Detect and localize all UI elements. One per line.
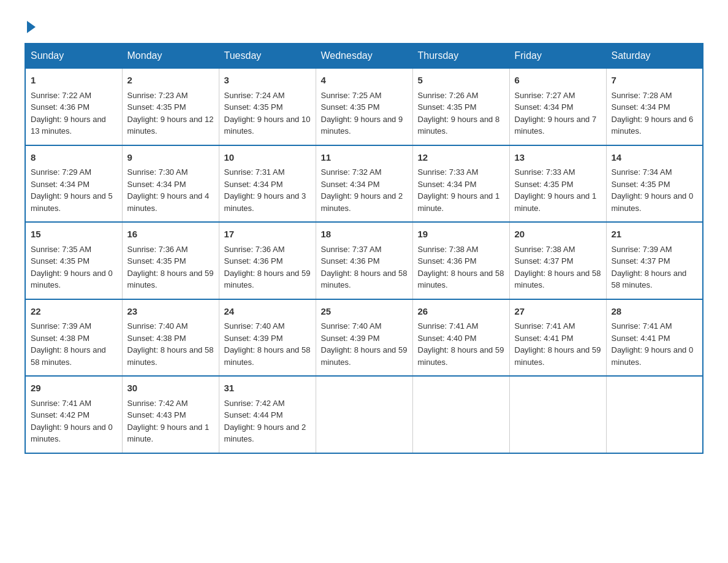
sunrise-text: Sunrise: 7:42 AM	[127, 399, 188, 408]
sunset-text: Sunset: 4:35 PM	[224, 102, 283, 112]
day-number: 6	[515, 74, 601, 88]
calendar-cell: 23Sunrise: 7:40 AMSunset: 4:38 PMDayligh…	[122, 299, 219, 377]
sunset-text: Sunset: 4:39 PM	[321, 334, 380, 343]
daylight-text: Daylight: 8 hours and 59 minutes.	[224, 269, 311, 290]
sunrise-text: Sunrise: 7:31 AM	[224, 167, 285, 177]
sunrise-text: Sunrise: 7:23 AM	[127, 91, 188, 100]
calendar-cell: 28Sunrise: 7:41 AMSunset: 4:41 PMDayligh…	[606, 299, 703, 377]
sunrise-text: Sunrise: 7:33 AM	[418, 167, 479, 177]
sunset-text: Sunset: 4:35 PM	[418, 102, 477, 112]
day-number: 28	[612, 305, 698, 319]
sunrise-text: Sunrise: 7:28 AM	[612, 91, 672, 100]
daylight-text: Daylight: 9 hours and 9 minutes.	[321, 115, 403, 136]
day-number: 12	[418, 151, 504, 165]
calendar-cell: 11Sunrise: 7:32 AMSunset: 4:34 PMDayligh…	[316, 145, 412, 223]
sunrise-text: Sunrise: 7:33 AM	[515, 167, 575, 177]
sunrise-text: Sunrise: 7:41 AM	[418, 321, 479, 331]
sunset-text: Sunset: 4:34 PM	[127, 180, 186, 189]
sunset-text: Sunset: 4:35 PM	[612, 180, 670, 189]
daylight-text: Daylight: 9 hours and 13 minutes.	[31, 115, 106, 136]
sunset-text: Sunset: 4:34 PM	[321, 180, 380, 189]
daylight-text: Daylight: 9 hours and 10 minutes.	[224, 115, 311, 136]
daylight-text: Daylight: 8 hours and 59 minutes.	[127, 269, 214, 290]
sunset-text: Sunset: 4:43 PM	[127, 410, 186, 419]
day-header-wednesday: Wednesday	[316, 44, 412, 68]
calendar-cell: 9Sunrise: 7:30 AMSunset: 4:34 PMDaylight…	[122, 145, 219, 223]
calendar-cell: 8Sunrise: 7:29 AMSunset: 4:34 PMDaylight…	[25, 145, 122, 223]
sunset-text: Sunset: 4:36 PM	[31, 102, 89, 112]
sunrise-text: Sunrise: 7:38 AM	[515, 245, 575, 254]
daylight-text: Daylight: 9 hours and 1 minute.	[515, 191, 597, 213]
calendar-cell: 12Sunrise: 7:33 AMSunset: 4:34 PMDayligh…	[412, 145, 509, 223]
sunrise-text: Sunrise: 7:35 AM	[31, 245, 91, 254]
daylight-text: Daylight: 9 hours and 4 minutes.	[127, 191, 210, 213]
sunset-text: Sunset: 4:34 PM	[224, 180, 283, 189]
day-number: 8	[31, 151, 117, 165]
sunset-text: Sunset: 4:36 PM	[418, 256, 477, 266]
day-header-friday: Friday	[509, 44, 606, 68]
calendar-cell: 10Sunrise: 7:31 AMSunset: 4:34 PMDayligh…	[219, 145, 316, 223]
sunrise-text: Sunrise: 7:40 AM	[321, 321, 382, 331]
page-header	[25, 18, 703, 31]
day-number: 3	[224, 74, 311, 88]
day-number: 26	[418, 305, 504, 319]
sunrise-text: Sunrise: 7:42 AM	[224, 399, 285, 408]
calendar-cell: 20Sunrise: 7:38 AMSunset: 4:37 PMDayligh…	[509, 222, 606, 299]
sunset-text: Sunset: 4:34 PM	[31, 180, 89, 189]
sunrise-text: Sunrise: 7:38 AM	[418, 245, 479, 254]
sunset-text: Sunset: 4:35 PM	[515, 180, 574, 189]
calendar-week-row: 22Sunrise: 7:39 AMSunset: 4:38 PMDayligh…	[25, 299, 703, 377]
sunset-text: Sunset: 4:35 PM	[127, 256, 186, 266]
logo	[25, 18, 36, 31]
sunrise-text: Sunrise: 7:30 AM	[127, 167, 188, 177]
calendar-week-row: 29Sunrise: 7:41 AMSunset: 4:42 PMDayligh…	[25, 376, 703, 453]
calendar-cell: 15Sunrise: 7:35 AMSunset: 4:35 PMDayligh…	[25, 222, 122, 299]
sunrise-text: Sunrise: 7:27 AM	[515, 91, 575, 100]
sunrise-text: Sunrise: 7:24 AM	[224, 91, 285, 100]
sunset-text: Sunset: 4:40 PM	[418, 334, 477, 343]
sunset-text: Sunset: 4:41 PM	[515, 334, 574, 343]
sunrise-text: Sunrise: 7:26 AM	[418, 91, 479, 100]
day-number: 20	[515, 228, 601, 242]
daylight-text: Daylight: 9 hours and 12 minutes.	[127, 115, 214, 136]
calendar-cell: 29Sunrise: 7:41 AMSunset: 4:42 PMDayligh…	[25, 376, 122, 453]
daylight-text: Daylight: 8 hours and 58 minutes.	[31, 345, 106, 367]
sunset-text: Sunset: 4:39 PM	[224, 334, 283, 343]
calendar-cell: 16Sunrise: 7:36 AMSunset: 4:35 PMDayligh…	[122, 222, 219, 299]
calendar-cell: 13Sunrise: 7:33 AMSunset: 4:35 PMDayligh…	[509, 145, 606, 223]
sunset-text: Sunset: 4:36 PM	[224, 256, 283, 266]
sunrise-text: Sunrise: 7:40 AM	[127, 321, 188, 331]
day-number: 4	[321, 74, 408, 88]
day-number: 13	[515, 151, 601, 165]
calendar-week-row: 15Sunrise: 7:35 AMSunset: 4:35 PMDayligh…	[25, 222, 703, 299]
daylight-text: Daylight: 8 hours and 59 minutes.	[515, 345, 601, 367]
sunrise-text: Sunrise: 7:32 AM	[321, 167, 382, 177]
calendar-cell: 7Sunrise: 7:28 AMSunset: 4:34 PMDaylight…	[606, 68, 703, 145]
day-number: 19	[418, 228, 504, 242]
calendar-cell: 1Sunrise: 7:22 AMSunset: 4:36 PMDaylight…	[25, 68, 122, 145]
sunrise-text: Sunrise: 7:29 AM	[31, 167, 91, 177]
day-number: 16	[127, 228, 214, 242]
sunset-text: Sunset: 4:35 PM	[127, 102, 186, 112]
sunrise-text: Sunrise: 7:25 AM	[321, 91, 382, 100]
sunrise-text: Sunrise: 7:41 AM	[515, 321, 575, 331]
sunset-text: Sunset: 4:42 PM	[31, 410, 89, 419]
logo-arrow-icon	[27, 21, 36, 33]
calendar-week-row: 8Sunrise: 7:29 AMSunset: 4:34 PMDaylight…	[25, 145, 703, 223]
daylight-text: Daylight: 8 hours and 58 minutes.	[127, 345, 214, 367]
daylight-text: Daylight: 8 hours and 59 minutes.	[321, 345, 408, 367]
calendar-cell: 18Sunrise: 7:37 AMSunset: 4:36 PMDayligh…	[316, 222, 412, 299]
day-number: 15	[31, 228, 117, 242]
sunrise-text: Sunrise: 7:37 AM	[321, 245, 382, 254]
calendar-cell: 22Sunrise: 7:39 AMSunset: 4:38 PMDayligh…	[25, 299, 122, 377]
daylight-text: Daylight: 9 hours and 0 minutes.	[31, 423, 113, 444]
daylight-text: Daylight: 9 hours and 7 minutes.	[515, 115, 597, 136]
calendar-cell: 14Sunrise: 7:34 AMSunset: 4:35 PMDayligh…	[606, 145, 703, 223]
calendar-cell: 30Sunrise: 7:42 AMSunset: 4:43 PMDayligh…	[122, 376, 219, 453]
calendar-week-row: 1Sunrise: 7:22 AMSunset: 4:36 PMDaylight…	[25, 68, 703, 145]
sunrise-text: Sunrise: 7:36 AM	[224, 245, 285, 254]
day-number: 1	[31, 74, 117, 88]
day-number: 9	[127, 151, 214, 165]
daylight-text: Daylight: 8 hours and 58 minutes.	[418, 269, 504, 290]
calendar-cell: 19Sunrise: 7:38 AMSunset: 4:36 PMDayligh…	[412, 222, 509, 299]
